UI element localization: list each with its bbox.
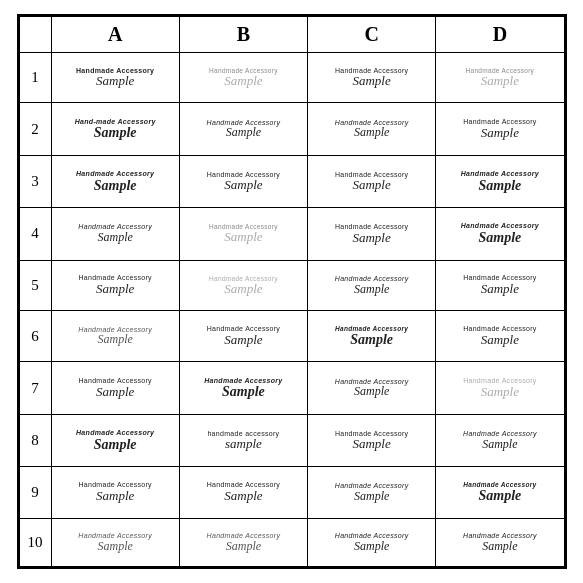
font-sample-cell: Handmade AccessorySample	[308, 414, 436, 466]
font-sample-cell: Handmade AccessorySample	[308, 208, 436, 260]
cell-sample: sample	[225, 437, 262, 451]
font-sample-cell: Handmade AccessorySample	[308, 362, 436, 414]
cell-sample: Sample	[96, 489, 134, 503]
table-row: 3Handmade AccessorySampleHandmade Access…	[19, 155, 564, 207]
table-row: 8Handmade AccessorySamplehandmade access…	[19, 414, 564, 466]
cell-sample: Sample	[352, 74, 390, 88]
table-row: 2Hand-made AccessorySampleHandmade Acces…	[19, 103, 564, 155]
cell-sample: Sample	[96, 282, 134, 296]
font-sample-cell: Handmade AccessorySample	[308, 311, 436, 362]
row-number: 4	[19, 208, 51, 260]
font-sample-cell: Handmade AccessorySample	[179, 467, 307, 518]
cell-label: Hand-made Accessory	[75, 118, 156, 126]
font-sample-cell: Handmade AccessorySample	[436, 103, 564, 155]
cell-sample: Sample	[482, 540, 517, 553]
font-sample-cell: Handmade AccessorySample	[436, 155, 564, 207]
cell-sample: Sample	[224, 178, 262, 192]
cell-sample: Sample	[224, 489, 262, 503]
cell-sample: Sample	[98, 540, 133, 553]
font-sample-cell: Handmade AccessorySample	[436, 260, 564, 310]
cell-label: Handmade Accessory	[204, 377, 282, 385]
table-row: 6Handmade AccessorySampleHandmade Access…	[19, 311, 564, 362]
corner-header	[19, 17, 51, 53]
row-number: 7	[19, 362, 51, 414]
cell-sample: Sample	[354, 540, 389, 553]
table-row: 9Handmade AccessorySampleHandmade Access…	[19, 467, 564, 518]
font-sample-cell: Handmade AccessorySample	[308, 103, 436, 155]
font-sample-cell: Handmade AccessorySample	[436, 311, 564, 362]
cell-sample: Sample	[224, 74, 262, 88]
cell-sample: Sample	[98, 333, 133, 346]
cell-sample: Sample	[478, 230, 521, 245]
font-sample-cell: Handmade AccessorySample	[51, 208, 179, 260]
cell-sample: Sample	[481, 333, 519, 347]
cell-sample: Sample	[354, 490, 389, 503]
font-sample-cell: Handmade AccessorySample	[308, 155, 436, 207]
cell-sample: Sample	[98, 231, 133, 244]
font-sample-cell: Handmade AccessorySample	[436, 467, 564, 518]
font-sample-cell: Handmade AccessorySample	[179, 155, 307, 207]
cell-sample: Sample	[352, 437, 390, 451]
table-row: 10Handmade AccessorySampleHandmade Acces…	[19, 518, 564, 566]
font-sample-table: A B C D 1Handmade AccessorySampleHandmad…	[17, 14, 567, 569]
row-number: 2	[19, 103, 51, 155]
row-number: 1	[19, 53, 51, 103]
font-sample-cell: Handmade AccessorySample	[179, 518, 307, 566]
cell-sample: Sample	[226, 540, 261, 553]
table-row: 4Handmade AccessorySampleHandmade Access…	[19, 208, 564, 260]
col-header-b: B	[179, 17, 307, 53]
col-header-d: D	[436, 17, 564, 53]
font-sample-cell: Handmade AccessorySample	[51, 53, 179, 103]
cell-label: Handmade Accessory	[461, 222, 539, 230]
cell-sample: Sample	[224, 333, 262, 347]
font-sample-cell: Handmade AccessorySample	[308, 260, 436, 310]
cell-sample: Sample	[354, 126, 389, 139]
font-sample-cell: Handmade AccessorySample	[51, 260, 179, 310]
font-sample-cell: Handmade AccessorySample	[308, 518, 436, 566]
cell-label: Handmade Accessory	[463, 481, 536, 488]
cell-sample: Sample	[222, 384, 265, 399]
font-sample-cell: Handmade AccessorySample	[308, 53, 436, 103]
row-number: 6	[19, 311, 51, 362]
font-sample-cell: Handmade AccessorySample	[308, 467, 436, 518]
cell-sample: Sample	[224, 230, 262, 244]
cell-sample: Sample	[481, 282, 519, 296]
cell-label: Handmade Accessory	[76, 170, 154, 178]
cell-sample: Sample	[352, 178, 390, 192]
font-sample-cell: Handmade AccessorySample	[179, 362, 307, 414]
font-sample-cell: Handmade AccessorySample	[179, 260, 307, 310]
font-sample-cell: Handmade AccessorySample	[179, 53, 307, 103]
row-number: 5	[19, 260, 51, 310]
cell-sample: Sample	[354, 283, 389, 296]
font-sample-cell: Handmade AccessorySample	[51, 518, 179, 566]
cell-sample: Sample	[482, 438, 517, 451]
cell-sample: Sample	[354, 385, 389, 398]
col-header-a: A	[51, 17, 179, 53]
table-row: 1Handmade AccessorySampleHandmade Access…	[19, 53, 564, 103]
cell-sample: Sample	[481, 126, 519, 140]
font-sample-cell: Hand-made AccessorySample	[51, 103, 179, 155]
font-sample-cell: Handmade AccessorySample	[51, 467, 179, 518]
cell-sample: Sample	[224, 282, 262, 296]
row-number: 3	[19, 155, 51, 207]
font-sample-cell: Handmade AccessorySample	[436, 414, 564, 466]
table-row: 7Handmade AccessorySampleHandmade Access…	[19, 362, 564, 414]
font-sample-cell: Handmade AccessorySample	[436, 518, 564, 566]
font-sample-cell: Handmade AccessorySample	[51, 155, 179, 207]
cell-label: Handmade Accessory	[461, 170, 539, 178]
row-number: 9	[19, 467, 51, 518]
cell-label: Handmade Accessory	[76, 429, 154, 437]
font-sample-cell: Handmade AccessorySample	[436, 362, 564, 414]
cell-sample: Sample	[478, 488, 521, 503]
row-number: 8	[19, 414, 51, 466]
col-header-c: C	[308, 17, 436, 53]
font-sample-cell: Handmade AccessorySample	[51, 414, 179, 466]
cell-sample: Sample	[478, 178, 521, 193]
cell-label: Handmade Accessory	[335, 325, 408, 332]
font-sample-cell: Handmade AccessorySample	[179, 103, 307, 155]
cell-sample: Sample	[94, 125, 137, 140]
font-sample-cell: Handmade AccessorySample	[436, 208, 564, 260]
font-sample-cell: Handmade AccessorySample	[179, 208, 307, 260]
cell-sample: Sample	[94, 178, 137, 193]
cell-sample: Sample	[481, 385, 519, 399]
